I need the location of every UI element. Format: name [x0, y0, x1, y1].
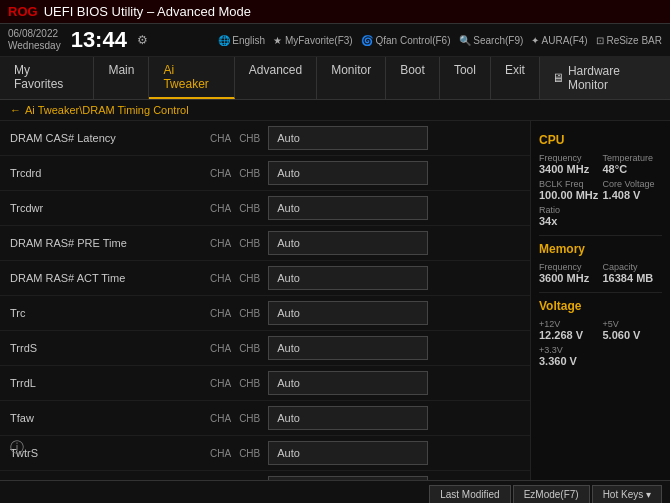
cha-label: CHA [210, 273, 231, 284]
nav-boot[interactable]: Boot [386, 57, 440, 99]
memory-grid: Frequency 3600 MHz Capacity 16384 MB [539, 262, 662, 284]
setting-name-label: Trcdwr [10, 202, 210, 214]
time-display: 13:44 [71, 27, 127, 53]
setting-value-dropdown[interactable]: Auto [268, 406, 428, 430]
setting-name-label: Tfaw [10, 412, 210, 424]
weekday-label: Wednesday [8, 40, 61, 52]
hardware-monitor-panel: CPU Frequency 3400 MHz Temperature 48°C … [530, 121, 670, 480]
nav-exit[interactable]: Exit [491, 57, 540, 99]
chb-label: CHB [239, 203, 260, 214]
memory-section-title: Memory [539, 242, 662, 256]
setting-value-dropdown[interactable]: Auto [268, 231, 428, 255]
setting-name-label: DRAM CAS# Latency [10, 132, 210, 144]
bottom-bar: Last Modified EzMode(F7) Hot Keys ▾ [0, 480, 670, 503]
setting-value-dropdown[interactable]: Auto [268, 476, 428, 480]
nav-main[interactable]: Main [94, 57, 149, 99]
setting-value-dropdown[interactable]: Auto [268, 371, 428, 395]
settings-panel: DRAM CAS# LatencyCHACHBAutoTrcdrdCHACHBA… [0, 121, 530, 480]
voltage-5v: +5V 5.060 V [603, 319, 663, 341]
voltage-section-title: Voltage [539, 299, 662, 313]
date-label: 06/08/2022 [8, 28, 61, 40]
cpu-ratio: Ratio 34x [539, 205, 662, 227]
info-icon[interactable]: ⓘ [10, 439, 24, 457]
search-tool[interactable]: 🔍 Search(F9) [459, 35, 524, 46]
divider-1 [539, 235, 662, 236]
chb-label: CHB [239, 273, 260, 284]
chb-label: CHB [239, 413, 260, 424]
hot-keys-button[interactable]: Hot Keys ▾ [592, 485, 662, 503]
cha-label: CHA [210, 133, 231, 144]
voltage-3v3: +3.3V 3.360 V [539, 345, 662, 367]
table-row: TrrdSCHACHBAuto [0, 331, 530, 366]
ezmode-button[interactable]: EzMode(F7) [513, 485, 590, 503]
mem-frequency: Frequency 3600 MHz [539, 262, 599, 284]
cha-label: CHA [210, 238, 231, 249]
table-row: DRAM RAS# ACT TimeCHACHBAuto [0, 261, 530, 296]
title-bar: ROG UEFI BIOS Utility – Advanced Mode [0, 0, 670, 24]
table-row: TrcCHACHBAuto [0, 296, 530, 331]
setting-value-dropdown[interactable]: Auto [268, 161, 428, 185]
monitor-icon: 🖥 [552, 71, 564, 85]
hardware-monitor-tab[interactable]: 🖥 Hardware Monitor [540, 57, 670, 99]
setting-name-label: Trc [10, 307, 210, 319]
cha-label: CHA [210, 203, 231, 214]
resize-bar-tool[interactable]: ⊡ ReSize BAR [596, 35, 662, 46]
last-modified-button[interactable]: Last Modified [429, 485, 510, 503]
chb-label: CHB [239, 448, 260, 459]
table-row: DRAM CAS# LatencyCHACHBAuto [0, 121, 530, 156]
title-text: UEFI BIOS Utility – Advanced Mode [44, 4, 251, 19]
settings-icon[interactable]: ⚙ [137, 33, 148, 47]
table-row: TrcdwrCHACHBAuto [0, 191, 530, 226]
my-favorites-tool[interactable]: ★ MyFavorite(F3) [273, 35, 353, 46]
setting-name-label: DRAM RAS# ACT Time [10, 272, 210, 284]
datetime-bar: 06/08/2022 Wednesday 13:44 ⚙ 🌐 English ★… [0, 24, 670, 57]
setting-value-dropdown[interactable]: Auto [268, 196, 428, 220]
nav-tool[interactable]: Tool [440, 57, 491, 99]
channel-labels: CHACHB [210, 343, 260, 354]
cpu-grid: Frequency 3400 MHz Temperature 48°C BCLK… [539, 153, 662, 227]
main-content: DRAM CAS# LatencyCHACHBAutoTrcdrdCHACHBA… [0, 121, 670, 480]
voltage-grid: +12V 12.268 V +5V 5.060 V +3.3V 3.360 V [539, 319, 662, 367]
mem-capacity: Capacity 16384 MB [603, 262, 663, 284]
setting-value-dropdown[interactable]: Auto [268, 266, 428, 290]
cpu-frequency: Frequency 3400 MHz [539, 153, 599, 175]
hardware-monitor-label: Hardware Monitor [568, 64, 658, 92]
aura-tool[interactable]: ✦ AURA(F4) [531, 35, 587, 46]
chb-label: CHB [239, 168, 260, 179]
cha-label: CHA [210, 343, 231, 354]
table-row: TrcdrdCHACHBAuto [0, 156, 530, 191]
nav-advanced[interactable]: Advanced [235, 57, 317, 99]
channel-labels: CHACHB [210, 168, 260, 179]
setting-value-dropdown[interactable]: Auto [268, 336, 428, 360]
breadcrumb-path: Ai Tweaker\DRAM Timing Control [25, 104, 189, 116]
language-selector[interactable]: 🌐 English [218, 35, 266, 46]
nav-ai-tweaker[interactable]: Ai Tweaker [149, 57, 234, 99]
cha-label: CHA [210, 378, 231, 389]
cha-label: CHA [210, 308, 231, 319]
cpu-section-title: CPU [539, 133, 662, 147]
table-row: TwtrSCHACHBAuto [0, 436, 530, 471]
core-voltage: Core Voltage 1.408 V [603, 179, 663, 201]
setting-value-dropdown[interactable]: Auto [268, 126, 428, 150]
back-arrow[interactable]: ← [10, 104, 21, 116]
cha-label: CHA [210, 448, 231, 459]
qfan-tool[interactable]: 🌀 Qfan Control(F6) [361, 35, 451, 46]
setting-name-label: TrrdL [10, 377, 210, 389]
setting-value-dropdown[interactable]: Auto [268, 441, 428, 465]
channel-labels: CHACHB [210, 308, 260, 319]
bclk-freq: BCLK Freq 100.00 MHz [539, 179, 599, 201]
setting-name-label: TrrdS [10, 342, 210, 354]
chb-label: CHB [239, 343, 260, 354]
setting-value-dropdown[interactable]: Auto [268, 301, 428, 325]
divider-2 [539, 292, 662, 293]
cha-label: CHA [210, 413, 231, 424]
table-row: DRAM RAS# PRE TimeCHACHBAuto [0, 226, 530, 261]
toolbar: 🌐 English ★ MyFavorite(F3) 🌀 Qfan Contro… [218, 35, 662, 46]
table-row: TwtrdCHACHBAuto [0, 471, 530, 480]
nav-monitor[interactable]: Monitor [317, 57, 386, 99]
chb-label: CHB [239, 378, 260, 389]
channel-labels: CHACHB [210, 238, 260, 249]
nav-my-favorites[interactable]: My Favorites [0, 57, 94, 99]
setting-name-label: Trcdrd [10, 167, 210, 179]
table-row: TfawCHACHBAuto [0, 401, 530, 436]
